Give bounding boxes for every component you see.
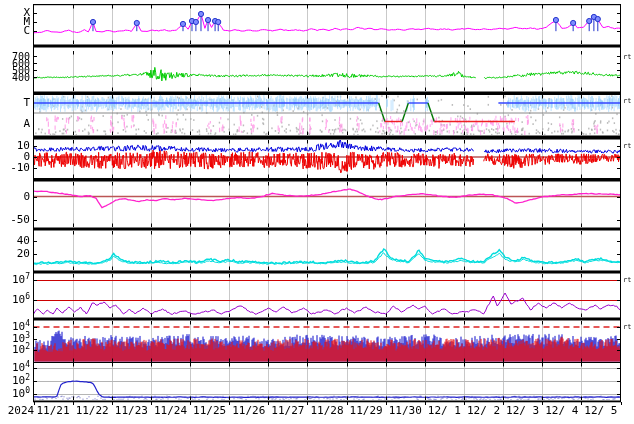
ytick-exponent: 6	[25, 292, 30, 301]
ytick-exponent: 2	[25, 373, 30, 382]
ytick-density-20: 20	[0, 248, 30, 259]
axis-tick-11-28: 11/28	[307, 404, 347, 417]
ytick-imf--10: -10	[0, 162, 30, 173]
axis-tick-11-25: 11/25	[190, 404, 230, 417]
ytick-exponent: 4	[25, 360, 30, 369]
ytick-exponent: 2	[25, 342, 30, 351]
ytick-base: 10	[12, 293, 25, 306]
axis-tick-12--4: 12/ 4	[542, 404, 582, 417]
axis-tick-12--5: 12/ 5	[581, 404, 621, 417]
axis-tick-11-23: 11/23	[111, 404, 151, 417]
chart-canvas	[0, 0, 634, 424]
panel-label-T: T	[0, 97, 30, 108]
axis-tick-11-30: 11/30	[385, 404, 425, 417]
ytick-exponent: 7	[25, 272, 30, 281]
ytick-solar_wind-400: 400	[0, 73, 30, 82]
rt-flag-solar_wind: rt	[623, 53, 634, 61]
axis-tick-11-24: 11/24	[150, 404, 190, 417]
ytick-xray-C: C	[0, 25, 30, 36]
ytick-base: 10	[12, 387, 25, 400]
rt-flag-t_indicator: rt	[623, 97, 634, 105]
rt-flag-electron_flux: rt	[623, 276, 634, 284]
axis-tick-12--3: 12/ 3	[503, 404, 543, 417]
ytick-particle_low-10e2: 102	[0, 375, 30, 386]
ytick-dst-0: 0	[0, 191, 30, 202]
ytick-electron_flux-10e7: 107	[0, 274, 30, 285]
ytick-proton_flux-10e2: 102	[0, 344, 30, 355]
axis-tick-11-29: 11/29	[346, 404, 386, 417]
ytick-density-40: 40	[0, 235, 30, 246]
axis-tick-12--2: 12/ 2	[464, 404, 504, 417]
ytick-base: 10	[12, 343, 25, 356]
panel-label-A: A	[0, 118, 30, 129]
ytick-base: 10	[12, 361, 25, 374]
axis-tick-11-27: 11/27	[268, 404, 308, 417]
ytick-particle_low-10e4: 104	[0, 362, 30, 373]
rt-flag-imf: rt	[623, 142, 634, 150]
axis-tick-12--1: 12/ 1	[424, 404, 464, 417]
ytick-exponent: 4	[25, 319, 30, 328]
axis-tick-11-22: 11/22	[72, 404, 112, 417]
ytick-exponent: 3	[25, 331, 30, 340]
ytick-base: 10	[12, 273, 25, 286]
axis-tick-11-21: 11/21	[33, 404, 73, 417]
axis-tick-11-26: 11/26	[229, 404, 269, 417]
space-weather-overview-plot: XMC700600500400rtTrtA100-10rt0-504020107…	[0, 0, 634, 424]
ytick-dst--50: -50	[0, 214, 30, 225]
ytick-exponent: 0	[25, 386, 30, 395]
ytick-particle_low-10e0: 100	[0, 388, 30, 399]
rt-flag-proton_flux: rt	[623, 323, 634, 331]
ytick-electron_flux-10e6: 106	[0, 294, 30, 305]
ytick-base: 10	[12, 374, 25, 387]
